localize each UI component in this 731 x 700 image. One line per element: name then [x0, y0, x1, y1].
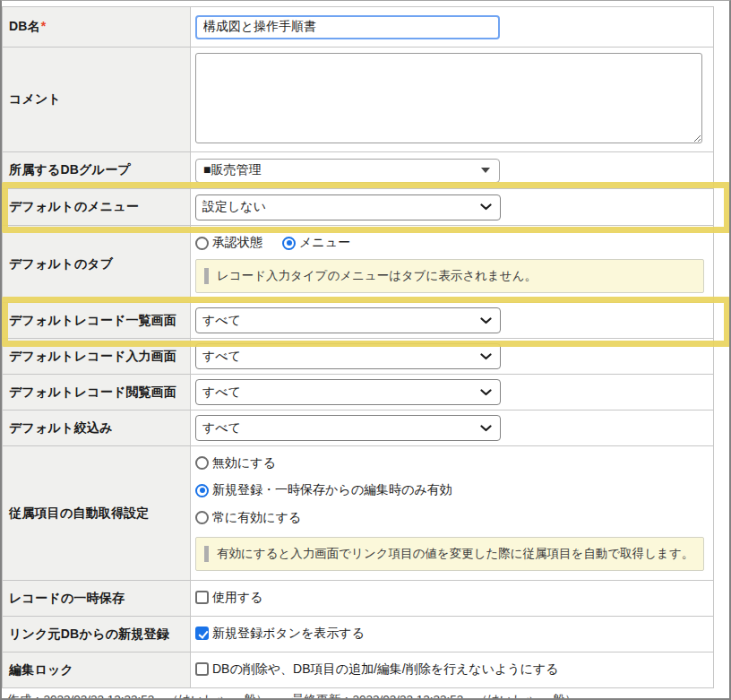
row-db-name: DB名* [3, 7, 714, 48]
note-bar-icon [204, 546, 209, 562]
default-tab-label: デフォルトのタブ [3, 226, 191, 303]
default-input-view-select[interactable]: すべて [195, 343, 501, 369]
row-default-filter: デフォルト絞込み すべて [3, 410, 714, 446]
auto-fetch-options: 無効にする 新規登録・一時保存からの編集時のみ有効 常に有効にする [195, 455, 708, 572]
label-text: デフォルトのメニュー [9, 199, 139, 213]
row-edit-lock: 編集ロック DBの削除や、DB項目の追加/編集/削除を行えないようにする [3, 652, 714, 688]
row-comment: コメント [3, 48, 714, 152]
draft-save-label: レコードの一時保存 [3, 581, 191, 617]
radio-input[interactable] [195, 484, 209, 497]
note-text: レコード入力タイプのメニューはタブに表示されません。 [217, 268, 537, 284]
row-default-detail-view: デフォルトレコード閲覧画面 すべて [3, 375, 714, 410]
note-text: 有効にすると入力画面でリンク項目の値を変更した際に従属項目を自動で取得します。 [217, 546, 693, 562]
db-name-input[interactable] [195, 15, 500, 39]
default-input-view-label: デフォルトレコード入力画面 [3, 339, 191, 375]
row-draft-save: レコードの一時保存 使用する [3, 581, 714, 617]
row-default-tab: デフォルトのタブ 承認状態 メニュー レコード入力タイプのメニューはタブに表示さ… [3, 226, 714, 303]
link-source-register-label: リンク元DBからの新規登録 [3, 617, 191, 652]
default-filter-label: デフォルト絞込み [3, 410, 191, 446]
label-text: リンク元DBからの新規登録 [9, 627, 169, 641]
row-link-source-register: リンク元DBからの新規登録 新規登録ボタンを表示する [3, 617, 714, 652]
radio-label: メニュー [299, 235, 350, 251]
label-text: レコードの一時保存 [9, 591, 125, 605]
radio-disable[interactable]: 無効にする [195, 455, 276, 471]
label-text: 所属するDBグループ [9, 162, 131, 177]
radio-menu[interactable]: メニュー [282, 235, 350, 251]
selected-value: ■販売管理 [203, 162, 261, 178]
note-bar-icon [204, 268, 209, 284]
row-default-input-view: デフォルトレコード入力画面 すべて [3, 339, 714, 375]
radio-input[interactable] [195, 511, 209, 524]
db-group-label: 所属するDBグループ [3, 152, 191, 189]
chevron-down-icon [480, 425, 492, 432]
radio-always-enabled[interactable]: 常に有効にする [195, 510, 301, 526]
default-tab-options: 承認状態 メニュー [195, 235, 708, 251]
default-detail-view-label: デフォルトレコード閲覧画面 [3, 375, 191, 410]
default-list-view-label: デフォルトレコード一覧画面 [3, 303, 191, 339]
checkbox-label: 新規登録ボタンを表示する [212, 626, 365, 642]
checkbox-show-register-button[interactable]: 新規登録ボタンを表示する [195, 626, 365, 642]
selected-value: すべて [202, 349, 241, 365]
default-menu-select[interactable]: 設定しない [195, 194, 501, 220]
row-auto-fetch-setting: 従属項目の自動取得設定 無効にする 新規登録・一時保存からの編集時のみ有効 [3, 446, 714, 581]
label-text: デフォルトレコード一覧画面 [9, 313, 176, 327]
default-detail-view-select[interactable]: すべて [195, 379, 501, 405]
radio-input[interactable] [282, 237, 296, 250]
default-list-view-select[interactable]: すべて [195, 307, 501, 333]
radio-approval-state[interactable]: 承認状態 [195, 235, 262, 251]
radio-label: 常に有効にする [212, 510, 301, 526]
info-note: 有効にすると入力画面でリンク項目の値を変更した際に従属項目を自動で取得します。 [195, 537, 704, 571]
db-settings-table: DB名* コメント 所属するDBグループ ■販売管理 [2, 6, 714, 688]
radio-label: 新規登録・一時保存からの編集時のみ有効 [212, 482, 452, 498]
record-meta-footer: 作成：2023/02/22 12:33:53 （はいしゃ 一般） 最終更新：20… [7, 692, 577, 700]
selected-value: すべて [202, 420, 241, 436]
edit-lock-label: 編集ロック [3, 652, 191, 688]
auto-fetch-label: 従属項目の自動取得設定 [3, 446, 191, 581]
radio-input[interactable] [195, 456, 209, 470]
comment-textarea[interactable] [195, 53, 702, 143]
selected-value: 設定しない [202, 199, 266, 215]
label-text: デフォルトレコード入力画面 [9, 349, 176, 363]
checkbox-label: 使用する [212, 590, 263, 606]
chevron-down-icon [480, 353, 492, 360]
checkbox-input[interactable] [195, 627, 209, 640]
radio-label: 承認状態 [212, 235, 262, 251]
checkbox-input[interactable] [195, 662, 209, 676]
checkbox-edit-lock[interactable]: DBの削除や、DB項目の追加/編集/削除を行えないようにする [195, 661, 559, 678]
checkbox-use-draft[interactable]: 使用する [195, 590, 263, 606]
row-default-menu: デフォルトのメニュー 設定しない [3, 189, 714, 226]
row-db-group: 所属するDBグループ ■販売管理 [3, 152, 714, 189]
db-settings-page: DB名* コメント 所属するDBグループ ■販売管理 [0, 0, 731, 700]
label-text: デフォルトレコード閲覧画面 [9, 385, 176, 399]
db-name-label: DB名* [3, 7, 191, 48]
label-text: デフォルトのタブ [9, 256, 113, 271]
chevron-down-icon [480, 389, 492, 396]
label-text: デフォルト絞込み [9, 420, 113, 435]
info-note: レコード入力タイプのメニューはタブに表示されません。 [195, 259, 704, 293]
radio-label: 無効にする [212, 455, 276, 471]
label-text: 編集ロック [9, 662, 73, 677]
selected-value: すべて [202, 385, 241, 401]
default-filter-select[interactable]: すべて [195, 415, 501, 441]
label-text: 従属項目の自動取得設定 [9, 506, 150, 520]
checkbox-input[interactable] [195, 591, 209, 604]
chevron-down-icon [480, 203, 492, 211]
chevron-down-icon [480, 317, 492, 324]
required-asterisk: * [41, 19, 47, 33]
triangle-down-icon [481, 168, 490, 173]
db-group-dropdown[interactable]: ■販売管理 [195, 159, 500, 183]
default-menu-label: デフォルトのメニュー [3, 189, 191, 226]
radio-new-and-draft-only[interactable]: 新規登録・一時保存からの編集時のみ有効 [195, 482, 452, 498]
checkbox-label: DBの削除や、DB項目の追加/編集/削除を行えないようにする [212, 661, 559, 678]
radio-input[interactable] [195, 237, 209, 250]
label-text: コメント [9, 91, 61, 106]
row-default-list-view: デフォルトレコード一覧画面 すべて [3, 303, 714, 339]
selected-value: すべて [202, 313, 241, 329]
label-text: DB名 [9, 19, 40, 33]
comment-label: コメント [3, 48, 191, 152]
